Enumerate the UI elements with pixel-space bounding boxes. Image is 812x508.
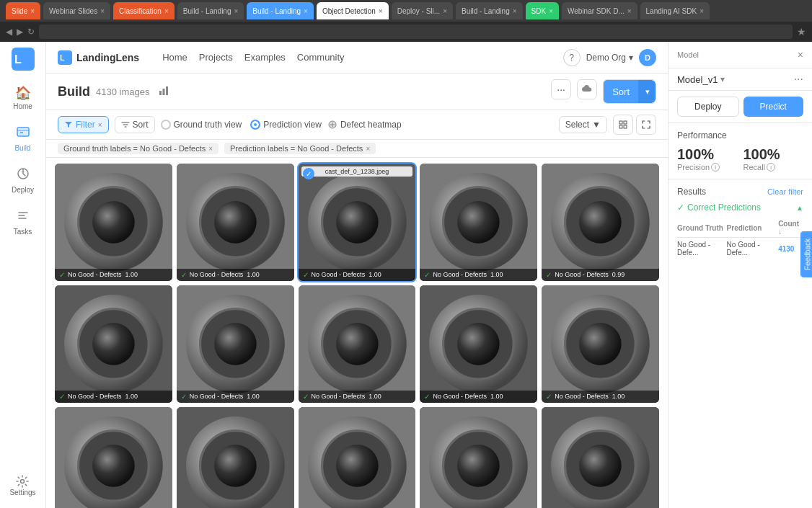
nav-home[interactable]: Home — [162, 52, 187, 63]
header-actions: ··· Sort ▾ — [551, 79, 656, 104]
image-label: ✓No Good - Defects 1.00 — [299, 269, 416, 281]
help-button[interactable]: ? — [563, 49, 581, 66]
svg-rect-12 — [166, 86, 168, 95]
image-card[interactable]: ✓No Good - Defects 1.00 — [542, 407, 659, 508]
nav-projects[interactable]: Projects — [199, 52, 233, 63]
svg-text:L: L — [60, 53, 65, 62]
col-ground-truth: Ground Truth — [677, 218, 727, 238]
train-dropdown-button[interactable]: ▾ — [638, 80, 656, 103]
image-grid: ✓No Good - Defects 1.00✓No Good - Defect… — [55, 164, 659, 508]
svg-point-35 — [457, 201, 500, 244]
sort-button[interactable]: Sort — [115, 116, 155, 133]
filter-close-icon[interactable]: × — [98, 121, 102, 129]
image-card[interactable]: ✓No Good - Defects 1.00 — [55, 285, 172, 403]
sidebar-settings[interactable]: Settings — [6, 468, 38, 502]
home-icon: 🏠 — [15, 85, 31, 101]
tab-object-detection[interactable]: Object Detection × — [317, 2, 389, 19]
model-dropdown-icon[interactable]: ▾ — [720, 74, 725, 84]
filter-button[interactable]: Filter × — [58, 116, 109, 133]
fullscreen-button[interactable] — [636, 115, 656, 135]
tab-build2[interactable]: Build - Landing × — [247, 2, 314, 19]
svg-point-75 — [457, 445, 500, 487]
tab-webinar-sdk[interactable]: Webinar SDK D... × — [562, 2, 637, 19]
app-logo: L — [12, 48, 35, 71]
model-more-options[interactable]: ··· — [794, 73, 803, 86]
prediction-radio[interactable] — [250, 120, 260, 130]
image-label: ✓No Good - Defects 1.00 — [55, 391, 172, 403]
select-button[interactable]: Select ▼ — [559, 116, 607, 133]
expand-button[interactable] — [613, 115, 633, 135]
svg-point-23 — [92, 201, 135, 244]
image-card[interactable]: ✓No Good - Defects 1.00 — [55, 407, 172, 508]
user-avatar[interactable]: D — [639, 49, 656, 66]
sidebar-item-build[interactable]: Build — [3, 119, 43, 158]
table-cell-ground-truth: No Good - Defe... — [677, 238, 727, 260]
defect-heatmap-button[interactable]: Defect heatmap — [327, 120, 402, 130]
nav-examples[interactable]: Examples — [244, 52, 286, 63]
tab-classification[interactable]: Classification × — [113, 2, 175, 19]
image-card[interactable]: ✓No Good - Defects 1.00 — [420, 285, 537, 403]
filter-tag-prediction: Prediction labels = No Good - Defects × — [224, 143, 376, 154]
predict-button[interactable]: Predict — [743, 97, 804, 117]
tab-build3[interactable]: Build - Landing × — [456, 2, 523, 19]
image-card[interactable]: cast_def_0_1238.jpeg✓✓No Good - Defects … — [299, 164, 416, 281]
image-card[interactable]: ✓No Good - Defects 1.00 — [177, 407, 294, 508]
nav-community[interactable]: Community — [297, 52, 345, 63]
performance-section: Performance 100% Precision i 100% Recall… — [668, 123, 812, 179]
tab-landing-sdk[interactable]: Landing AI SDK × — [640, 2, 710, 19]
right-panel-close[interactable]: × — [798, 49, 803, 61]
col-count[interactable]: Count ↓ — [778, 218, 803, 238]
tab-webinar[interactable]: Webinar Slides × — [43, 2, 110, 19]
recall-info-icon[interactable]: i — [767, 163, 775, 171]
stats-icon[interactable] — [158, 85, 169, 99]
image-card[interactable]: ✓No Good - Defects 1.00 — [55, 164, 172, 281]
svg-rect-2 — [17, 128, 29, 136]
image-card[interactable]: ✓No Good - Defects 0.99 — [542, 164, 659, 281]
image-card[interactable]: ✓No Good - Defects 1.00 — [542, 285, 659, 403]
org-dropdown-icon: ▾ — [629, 53, 633, 63]
address-input[interactable]: app.landing.ai/app/291/pr/14066/data/dat… — [39, 24, 793, 39]
filter-tag-close-1[interactable]: × — [366, 145, 370, 153]
precision-info-icon[interactable]: i — [711, 163, 720, 171]
train-button[interactable]: Sort — [604, 80, 638, 103]
svg-point-43 — [92, 323, 135, 365]
feedback-tab[interactable]: Feedback — [801, 231, 812, 277]
image-card[interactable]: ✓No Good - Defects 1.00 — [420, 164, 537, 281]
deploy-button[interactable]: Deploy — [677, 97, 739, 117]
more-options-button[interactable]: ··· — [551, 79, 571, 99]
precision-value: 100% — [677, 146, 738, 163]
image-grid-container[interactable]: ✓No Good - Defects 1.00✓No Good - Defect… — [46, 158, 668, 508]
sidebar-item-deploy[interactable]: Deploy — [3, 161, 43, 200]
clear-filter-button[interactable]: Clear filter — [767, 187, 803, 196]
correct-predictions-row[interactable]: ✓ Correct Predictions ▲ — [677, 202, 803, 213]
table-cell-count[interactable]: 4130 — [778, 238, 803, 260]
image-checkbox[interactable]: ✓ — [303, 168, 314, 179]
table-cell-prediction: No Good - Defe... — [727, 238, 779, 260]
prediction-view-option[interactable]: Prediction view — [250, 120, 322, 130]
expand-buttons — [613, 115, 656, 135]
sidebar-item-tasks[interactable]: Tasks — [3, 202, 43, 241]
image-card[interactable]: ✓No Good - Defects 1.00 — [177, 164, 294, 281]
org-selector[interactable]: Demo Org ▾ — [586, 53, 633, 63]
image-card[interactable]: ✓No Good - Defects 1.00 — [299, 407, 416, 508]
image-card[interactable]: ✓No Good - Defects 1.00 — [299, 285, 416, 403]
cloud-button[interactable] — [577, 79, 597, 99]
right-panel-header: Model × — [668, 42, 812, 68]
perf-metrics: 100% Precision i 100% Recall i — [677, 146, 803, 171]
image-card[interactable]: ✓No Good - Defects 1.00 — [177, 285, 294, 403]
filter-tag-close-0[interactable]: × — [208, 145, 213, 153]
address-bar: ◀ ▶ ↻ app.landing.ai/app/291/pr/14066/da… — [0, 22, 812, 42]
tab-slide[interactable]: Slide × — [6, 2, 40, 19]
recall-metric: 100% Recall i — [743, 146, 804, 171]
tab-build1[interactable]: Build - Landing × — [177, 2, 244, 19]
ground-truth-radio[interactable] — [161, 120, 171, 130]
image-card[interactable]: ✓No Good - Defects 1.00 — [420, 407, 537, 508]
svg-point-59 — [579, 323, 622, 365]
tab-sdk[interactable]: SDK × — [526, 2, 559, 19]
svg-point-67 — [214, 445, 257, 487]
svg-point-71 — [336, 445, 379, 487]
image-filename: cast_def_0_1238.jpeg — [301, 166, 413, 177]
tab-deploy[interactable]: Deploy - Sli... × — [392, 2, 453, 19]
ground-truth-view-option[interactable]: Ground truth view — [161, 120, 242, 130]
sidebar-item-home[interactable]: 🏠 Home — [3, 79, 43, 116]
